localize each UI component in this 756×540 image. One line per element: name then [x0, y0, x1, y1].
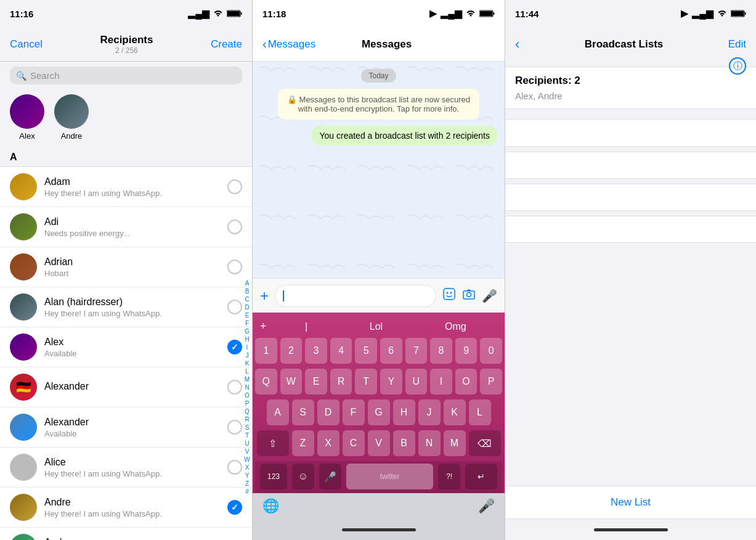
camera-icon[interactable] [462, 287, 476, 304]
search-input-wrap[interactable]: 🔍 Search [10, 67, 242, 84]
location-icon-2: ▶ [429, 8, 437, 19]
name-adrian: Adrian [44, 256, 220, 268]
kbd-sugg-items: | Lol Omg [274, 321, 497, 332]
contact-alice[interactable]: Alice Hey there! I am using WhatsApp. [0, 448, 252, 488]
recipients-section: Recipients: 2 Alex, Andre ⓘ [505, 67, 756, 109]
globe-icon[interactable]: 🌐 [262, 498, 279, 514]
mic-icon[interactable]: 🎤 [482, 288, 497, 303]
key-0[interactable]: 0 [480, 338, 502, 364]
key-1[interactable]: 1 [255, 338, 277, 364]
key-i[interactable]: I [430, 369, 452, 395]
key-v[interactable]: V [368, 430, 390, 456]
key-123[interactable]: 123 [260, 464, 287, 489]
avatar-alexander1: 🇩🇪 [10, 374, 37, 401]
key-7[interactable]: 7 [405, 338, 428, 364]
contact-andrew[interactable]: Andrew Hey there! I am using WhatsApp. [0, 528, 252, 540]
key-4[interactable]: 4 [330, 338, 352, 364]
key-w[interactable]: W [280, 369, 303, 395]
status-alexander2: Available [44, 429, 220, 438]
contact-andre[interactable]: Andre Hey there! I am using WhatsApp. [0, 488, 252, 528]
key-z[interactable]: Z [292, 430, 314, 456]
key-q[interactable]: Q [255, 369, 277, 395]
key-t[interactable]: T [355, 369, 377, 395]
key-mic-kbd[interactable]: 🎤 [319, 464, 341, 489]
key-space[interactable]: twitter [346, 464, 433, 489]
key-l[interactable]: L [469, 399, 491, 425]
key-5[interactable]: 5 [355, 338, 377, 364]
contact-alexander2[interactable]: Alexander Available [0, 407, 252, 448]
key-m[interactable]: M [444, 430, 466, 456]
key-3[interactable]: 3 [305, 338, 327, 364]
new-list-button[interactable]: New List [505, 486, 756, 519]
key-p[interactable]: P [480, 369, 502, 395]
contact-adam[interactable]: Adam Hey there! I am using WhatsApp. [0, 167, 252, 207]
sticker-icon[interactable] [442, 287, 456, 304]
kbd-plus[interactable]: + [260, 320, 267, 333]
back-button-3[interactable]: ‹ [515, 36, 519, 52]
name-alan: Alan (hairdresser) [44, 297, 220, 308]
key-b[interactable]: B [393, 430, 415, 456]
sugg-lol[interactable]: Lol [370, 321, 383, 332]
key-k[interactable]: K [444, 399, 466, 425]
key-6[interactable]: 6 [380, 338, 402, 364]
key-e[interactable]: E [305, 369, 327, 395]
check-alexander2[interactable] [227, 420, 242, 435]
key-s[interactable]: S [292, 399, 314, 425]
key-2[interactable]: 2 [280, 338, 303, 364]
key-8[interactable]: 8 [430, 338, 452, 364]
check-adi[interactable] [227, 219, 242, 234]
page-title-1: Recipients [100, 34, 153, 46]
key-x[interactable]: X [317, 430, 339, 456]
key-f[interactable]: F [343, 399, 365, 425]
cancel-button[interactable]: Cancel [10, 38, 43, 51]
search-input[interactable]: Search [30, 70, 60, 81]
avatar-alex-label: Alex [19, 131, 35, 141]
key-g[interactable]: G [368, 399, 390, 425]
contact-alan[interactable]: Alan (hairdresser) Hey there! I am using… [0, 287, 252, 327]
key-u[interactable]: U [405, 369, 428, 395]
add-attachment-button[interactable]: + [260, 287, 269, 305]
check-alexander1[interactable] [227, 380, 242, 395]
key-return[interactable]: ↵ [465, 464, 497, 489]
create-button[interactable]: Create [211, 38, 242, 51]
key-n[interactable]: N [418, 430, 441, 456]
contacts-list[interactable]: A B C D E F G H I J K L M N O P Q R S T [0, 167, 252, 540]
alpha-index[interactable]: A B C D E F G H I J K L M N O P Q R S T [242, 167, 252, 540]
key-o[interactable]: O [455, 369, 478, 395]
check-alan[interactable] [227, 300, 242, 314]
sugg-pipe[interactable]: | [305, 321, 307, 332]
key-punct[interactable]: ?! [438, 464, 460, 489]
system-message[interactable]: 🔒 Messages to this broadcast list are no… [278, 89, 479, 120]
key-h[interactable]: H [393, 399, 415, 425]
sugg-omg[interactable]: Omg [445, 321, 466, 332]
back-arrow-icon: ‹ [262, 37, 267, 51]
key-d[interactable]: D [317, 399, 339, 425]
key-backspace[interactable]: ⌫ [469, 430, 501, 456]
mic-system-icon[interactable]: 🎤 [478, 498, 495, 514]
message-input[interactable] [275, 285, 436, 307]
key-c[interactable]: C [343, 430, 365, 456]
key-y[interactable]: Y [380, 369, 402, 395]
check-andre[interactable] [227, 500, 242, 515]
key-a[interactable]: A [267, 399, 289, 425]
key-shift[interactable]: ⇧ [257, 430, 289, 456]
key-emoji[interactable]: ☺ [292, 464, 314, 489]
info-button[interactable]: ⓘ [729, 57, 746, 75]
keyboard[interactable]: + | Lol Omg 1 2 3 4 5 6 7 8 9 0 Q W E R … [253, 313, 505, 493]
contact-alex[interactable]: Alex Available [0, 327, 252, 367]
home-indicator-3 [505, 519, 756, 540]
check-alice[interactable] [227, 460, 242, 475]
back-button[interactable]: ‹ Messages [262, 37, 315, 51]
contact-adrian[interactable]: Adrian Hobart [0, 247, 252, 287]
edit-button[interactable]: Edit [728, 38, 746, 51]
key-9[interactable]: 9 [455, 338, 478, 364]
info-alexander2: Alexander Available [44, 417, 220, 438]
contact-adi[interactable]: Adi Needs positive energy... [0, 207, 252, 247]
check-adrian[interactable] [227, 260, 242, 274]
key-j[interactable]: J [418, 399, 441, 425]
key-r[interactable]: R [330, 369, 352, 395]
status-bar-1: 11:16 ▂▄▆ [0, 0, 252, 27]
contact-alexander1[interactable]: 🇩🇪 Alexander [0, 367, 252, 407]
check-adam[interactable] [227, 179, 242, 194]
check-alex[interactable] [227, 340, 242, 354]
